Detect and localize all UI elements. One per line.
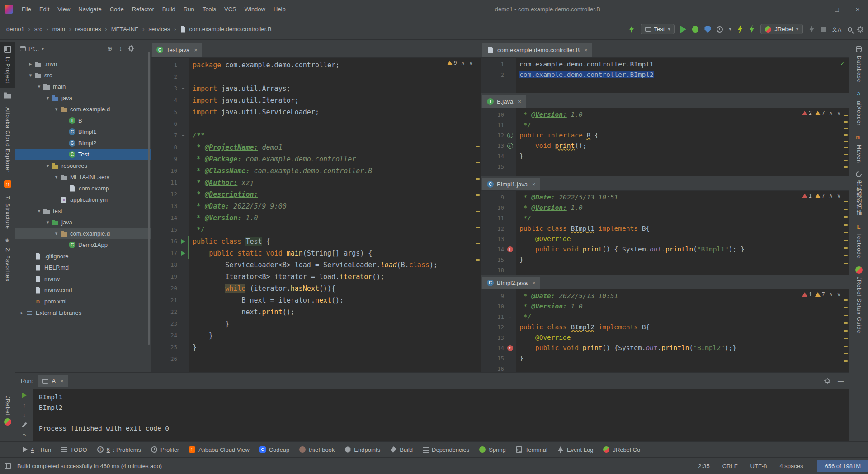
- menu-refactor[interactable]: Refactor: [128, 3, 158, 15]
- menu-navigate[interactable]: Navigate: [74, 3, 105, 15]
- tool-stripe-button-jrebel[interactable]: JRebel: [0, 392, 15, 430]
- test-editor[interactable]: 123−4567−8910111213141516171819202122232…: [151, 58, 481, 372]
- tree-row-main[interactable]: ▾main: [15, 81, 151, 92]
- locate-icon[interactable]: ⊕: [108, 45, 113, 52]
- menu-code[interactable]: Code: [106, 3, 128, 15]
- status-crlf[interactable]: CRLF: [722, 463, 738, 469]
- tool-button-profiler[interactable]: Profiler: [146, 442, 184, 457]
- project-settings-icon[interactable]: [129, 46, 133, 51]
- b-editor[interactable]: 101112↓13↓1415 * @Version: 1.0 */public …: [481, 108, 849, 176]
- fold-icon[interactable]: −: [509, 312, 511, 322]
- tree-row-gitignore[interactable]: .gitignore: [15, 251, 151, 262]
- tree-row-com-example-d[interactable]: ▾com.example.d: [15, 228, 151, 239]
- tool-button-event-log[interactable]: Event Log: [552, 442, 599, 457]
- profiler-button[interactable]: [717, 26, 723, 33]
- menu-tools[interactable]: Tools: [198, 3, 220, 15]
- hide-panel-icon[interactable]: —: [140, 45, 146, 52]
- scroll-down-icon[interactable]: ↓: [23, 412, 26, 418]
- tool-stripe-button-1-project[interactable]: 1: Project: [0, 42, 15, 88]
- run-config-select[interactable]: Test ▾: [641, 24, 675, 34]
- tab-close-icon[interactable]: ×: [518, 98, 521, 105]
- tree-row-mvn[interactable]: ▸.mvn: [15, 58, 151, 70]
- chevron-down-icon[interactable]: ▾: [729, 27, 731, 32]
- tree-row-resources[interactable]: ▾resources: [15, 160, 151, 171]
- tool-stripe-button-item[interactable]: 代码规约扫描: [849, 167, 868, 220]
- tree-row-java[interactable]: ▾java: [15, 92, 151, 104]
- menu-edit[interactable]: Edit: [35, 3, 53, 15]
- chevron-down-icon[interactable]: ▾: [35, 208, 43, 214]
- tree-row-test[interactable]: Test: [15, 149, 151, 160]
- prev-issue-icon[interactable]: ∧: [461, 60, 465, 66]
- inspection-widget[interactable]: 17∧∨: [802, 291, 841, 298]
- menu-file[interactable]: File: [18, 3, 35, 15]
- more-actions-icon[interactable]: »: [23, 432, 26, 438]
- close-icon[interactable]: ×: [60, 378, 64, 384]
- tab-close-icon[interactable]: ×: [532, 181, 536, 188]
- maximize-button[interactable]: □: [826, 0, 847, 19]
- tab-close-icon[interactable]: ×: [532, 280, 536, 286]
- menu-run[interactable]: Run: [179, 3, 198, 15]
- tool-stripe-button-maven[interactable]: Maven: [849, 130, 868, 167]
- close-button[interactable]: ×: [847, 0, 868, 19]
- breadcrumb-item-src[interactable]: src: [33, 24, 43, 34]
- chevron-down-icon[interactable]: ▾: [44, 95, 52, 101]
- tool-stripe-button-leetcode[interactable]: leetcode: [849, 220, 868, 262]
- status-2-35[interactable]: 2:35: [698, 463, 709, 469]
- overrides-marker-icon[interactable]: ↑: [507, 246, 513, 252]
- tree-row-bimpl2[interactable]: BImpl2: [15, 137, 151, 149]
- tool-stripe-button-2-favorites[interactable]: 2: Favorites: [0, 233, 15, 286]
- tree-row-mvnw-cmd[interactable]: mvnw.cmd: [15, 284, 151, 296]
- next-issue-icon[interactable]: ∨: [469, 60, 473, 66]
- breadcrumb-item-services[interactable]: services: [148, 24, 171, 34]
- prev-issue-icon[interactable]: ∧: [829, 291, 833, 298]
- jrebel-run-button[interactable]: [737, 25, 743, 33]
- tool-stripe-button-database[interactable]: Database: [849, 42, 868, 86]
- fold-icon[interactable]: −: [182, 130, 184, 142]
- project-view-selector[interactable]: Pr... ▾: [20, 45, 44, 52]
- chevron-down-icon[interactable]: ▾: [52, 174, 60, 180]
- inspection-widget[interactable]: 17∧∨: [802, 193, 841, 199]
- breadcrumb-item-main[interactable]: main: [52, 24, 66, 34]
- minimize-button[interactable]: —: [806, 0, 826, 19]
- tool-button-dependencies[interactable]: Dependencies: [418, 442, 474, 457]
- project-scrollbar[interactable]: [148, 52, 150, 345]
- tool-stripe-button-alibaba-cloud-explorer[interactable]: Alibaba Cloud Explorer: [0, 103, 15, 177]
- status-4-spaces[interactable]: 4 spaces: [779, 463, 803, 469]
- inspection-widget[interactable]: 27∧∨: [802, 110, 841, 116]
- next-issue-icon[interactable]: ∨: [837, 193, 841, 199]
- tree-row-mvnw[interactable]: mvnw: [15, 273, 151, 284]
- tab-bimpl1-java[interactable]: BImpl1.java×: [482, 178, 540, 190]
- tree-row-help-md[interactable]: HELP.md: [15, 262, 151, 273]
- run-line-icon[interactable]: [181, 251, 185, 256]
- status-utf-8[interactable]: UTF-8: [750, 463, 767, 469]
- tool-stripe-button-aixcoder[interactable]: aiXcoder: [849, 86, 868, 130]
- menu-vcs[interactable]: VCS: [220, 3, 241, 15]
- chevron-down-icon[interactable]: ▾: [35, 84, 43, 90]
- menu-view[interactable]: View: [53, 3, 74, 15]
- jrebel-debug-button[interactable]: [749, 25, 755, 33]
- tree-row-com-example-d[interactable]: ▾com.example.d: [15, 104, 151, 115]
- collapse-all-icon[interactable]: ↕: [119, 45, 123, 52]
- overrides-marker-icon[interactable]: ↑: [507, 345, 513, 351]
- tab-close-icon[interactable]: ×: [194, 47, 198, 53]
- settings-icon[interactable]: [858, 27, 863, 32]
- tree-row-external-libraries[interactable]: ▸External Libraries: [15, 307, 151, 318]
- chevron-down-icon[interactable]: ▾: [44, 163, 52, 169]
- memory-indicator[interactable]: 656 of 1981M: [817, 460, 868, 472]
- tree-row-test[interactable]: ▾test: [15, 205, 151, 217]
- run-console[interactable]: BImpl1BImpl2 Process finished with exit …: [33, 389, 849, 441]
- tool-button-codeup[interactable]: Codeup: [255, 442, 295, 457]
- scroll-up-icon[interactable]: ↑: [23, 402, 26, 408]
- tool-button-run[interactable]: 4: Run: [18, 442, 56, 457]
- tree-row-b[interactable]: B: [15, 115, 151, 126]
- tree-row-pom-xml[interactable]: pom.xml: [15, 296, 151, 307]
- tree-row-meta-inf-serv[interactable]: ▾META-INF.serv: [15, 171, 151, 183]
- tool-stripe-button-alibaba[interactable]: [0, 176, 15, 192]
- tab-com-example-demo-controller-b[interactable]: com.example.demo.controller.B×: [482, 43, 592, 57]
- tree-row-java[interactable]: ▾java: [15, 217, 151, 228]
- chevron-down-icon[interactable]: ▾: [44, 219, 52, 225]
- tool-stripe-button-jrebel-setup-guide[interactable]: JRebel Setup Guide: [849, 262, 868, 337]
- run-button[interactable]: [680, 26, 686, 33]
- chevron-right-icon[interactable]: ▸: [27, 61, 34, 67]
- implemented-marker-icon[interactable]: ↓: [507, 143, 513, 149]
